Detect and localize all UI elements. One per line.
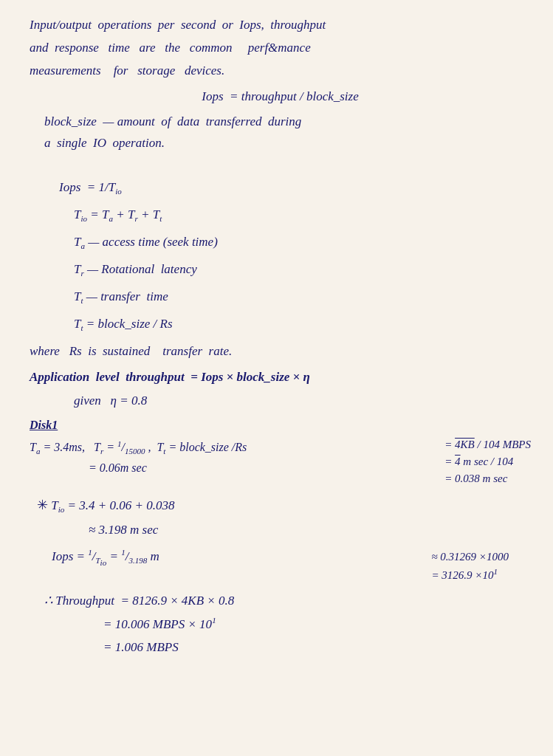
disk1-tt-result: = 0.038 m sec <box>444 472 507 484</box>
disk1-tt-eq2: = 4 m sec / 104 <box>444 456 513 467</box>
tio-eq-section: Tio = Ta + Tr + Tt <box>74 205 531 226</box>
disk1-right-col: = 4KB / 104 MBPS = 4 m sec / 104 = 0.038… <box>444 436 531 488</box>
tr-def-section: Tr — Rotational latency <box>74 259 531 281</box>
throughput-eq3: = 1.006 MBPS <box>103 637 531 657</box>
tio-eq: Tio = Ta + Tr + Tt <box>74 205 531 226</box>
tt-eq-section: Tt = block_size / Rs <box>74 314 531 335</box>
iops-calc: Iops = 1/Tio = 1/3.198 m <box>52 546 431 570</box>
tio-calc-section: ✳ Tio = 3.4 + 0.06 + 0.038 ≈ 3.198 m sec <box>30 495 531 540</box>
iops-calc-section: Iops = 1/Tio = 1/3.198 m ≈ 0.31269 ×1000… <box>30 546 531 585</box>
tio-calc: ✳ Tio = 3.4 + 0.06 + 0.038 <box>37 495 531 517</box>
blocksize-def: block_size — amount of data transferred … <box>44 112 531 131</box>
disk1-label: Disk1 <box>30 416 58 435</box>
iops-right1: ≈ 0.31269 ×1000 <box>431 551 509 563</box>
where-rs: where Rs is sustained transfer rate. <box>30 341 531 361</box>
disk1-ta: Ta = 3.4ms, Tr = 1/15000 , Tt = block_si… <box>30 438 437 458</box>
disk1-tt-eq: = 4KB / 104 MBPS <box>444 439 531 450</box>
disk1-tr-calc: = 0.06m sec <box>89 459 437 478</box>
intro-text3: measurements for storage devices. <box>30 61 531 80</box>
iops-formula: Iops = throughput / block_size <box>30 87 531 106</box>
disk1-params-row: Ta = 3.4ms, Tr = 1/15000 , Tt = block_si… <box>30 436 531 488</box>
app-throughput: Application level throughput = Iops × bl… <box>30 367 531 387</box>
throughput-eq2: = 10.006 MBPS × 101 <box>103 614 531 634</box>
blocksize-def2: a single IO operation. <box>44 134 531 153</box>
where-rs-section: where Rs is sustained transfer rate. <box>30 341 531 361</box>
disk1-left-col: Ta = 3.4ms, Tr = 1/15000 , Tt = block_si… <box>30 436 437 478</box>
tr-def: Tr — Rotational latency <box>74 259 531 281</box>
throughput-section: ∴ Throughput = 8126.9 × 4KB × 0.8 = 10.0… <box>44 590 531 657</box>
iops-formula-section: Iops = throughput / block_size <box>30 87 531 106</box>
tt-def: Tt — transfer time <box>74 286 531 308</box>
ta-def: Ta — access time (seek time) <box>74 232 531 253</box>
given-eta: given η = 0.8 <box>74 391 531 410</box>
app-throughput-section: Application level throughput = Iops × bl… <box>30 367 531 410</box>
ta-def-section: Ta — access time (seek time) <box>74 232 531 253</box>
iops-right2: = 3126.9 ×101 <box>431 569 498 581</box>
intro-text2: and response time are the common perf&ma… <box>30 38 531 58</box>
disk1-section: Disk1 Ta = 3.4ms, Tr = 1/15000 , Tt = bl… <box>30 416 531 488</box>
blocksize-def-section: block_size — amount of data transferred … <box>30 112 531 154</box>
therefore-throughput: ∴ Throughput = 8126.9 × 4KB × 0.8 <box>44 590 531 611</box>
intro-section: Input/output operations per second or Io… <box>30 15 531 81</box>
intro-text: Input/output operations per second or Io… <box>30 15 531 35</box>
iops-tio: Iops = 1/Tio <box>59 177 531 199</box>
disk1-header: Disk1 <box>30 416 531 435</box>
iops-calc-right: ≈ 0.31269 ×1000 = 3126.9 ×101 <box>431 549 509 585</box>
tt-eq: Tt = block_size / Rs <box>74 314 531 335</box>
tio-result: ≈ 3.198 m sec <box>89 520 531 540</box>
iops-calc-left: Iops = 1/Tio = 1/3.198 m <box>30 546 431 573</box>
tt-def-section: Tt — transfer time <box>74 286 531 308</box>
iops-tio-section: Iops = 1/Tio <box>59 177 531 199</box>
